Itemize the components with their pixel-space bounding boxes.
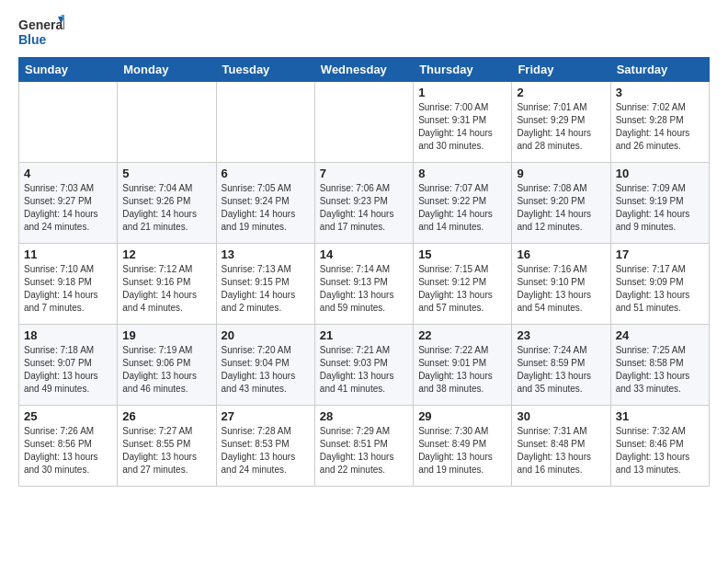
day-number: 14 bbox=[320, 247, 408, 261]
cell-content: Sunrise: 7:00 AM Sunset: 9:31 PM Dayligh… bbox=[418, 101, 506, 153]
calendar-cell: 5Sunrise: 7:04 AM Sunset: 9:26 PM Daylig… bbox=[118, 163, 216, 244]
weekday-header-row: SundayMondayTuesdayWednesdayThursdayFrid… bbox=[19, 58, 710, 82]
calendar-cell: 28Sunrise: 7:29 AM Sunset: 8:51 PM Dayli… bbox=[314, 406, 413, 487]
day-number: 8 bbox=[418, 167, 506, 180]
header: General Blue bbox=[18, 15, 710, 53]
cell-content: Sunrise: 7:26 AM Sunset: 8:56 PM Dayligh… bbox=[24, 425, 112, 477]
calendar-cell: 31Sunrise: 7:32 AM Sunset: 8:46 PM Dayli… bbox=[610, 406, 709, 487]
calendar-cell: 11Sunrise: 7:10 AM Sunset: 9:18 PM Dayli… bbox=[19, 244, 118, 325]
calendar-cell: 1Sunrise: 7:00 AM Sunset: 9:31 PM Daylig… bbox=[414, 82, 512, 163]
calendar-cell: 8Sunrise: 7:07 AM Sunset: 9:22 PM Daylig… bbox=[414, 163, 512, 244]
calendar-cell: 14Sunrise: 7:14 AM Sunset: 9:13 PM Dayli… bbox=[314, 244, 413, 325]
day-number: 3 bbox=[616, 86, 704, 99]
day-number: 23 bbox=[517, 328, 605, 342]
cell-content: Sunrise: 7:28 AM Sunset: 8:53 PM Dayligh… bbox=[222, 425, 310, 477]
cell-content: Sunrise: 7:09 AM Sunset: 9:19 PM Dayligh… bbox=[616, 182, 704, 234]
calendar-cell: 3Sunrise: 7:02 AM Sunset: 9:28 PM Daylig… bbox=[610, 82, 709, 163]
calendar-cell: 13Sunrise: 7:13 AM Sunset: 9:15 PM Dayli… bbox=[216, 244, 314, 325]
calendar-cell: 24Sunrise: 7:25 AM Sunset: 8:58 PM Dayli… bbox=[610, 325, 709, 406]
cell-content: Sunrise: 7:21 AM Sunset: 9:03 PM Dayligh… bbox=[320, 344, 408, 396]
day-number: 19 bbox=[122, 328, 210, 342]
calendar-cell: 23Sunrise: 7:24 AM Sunset: 8:59 PM Dayli… bbox=[512, 325, 610, 406]
cell-content: Sunrise: 7:20 AM Sunset: 9:04 PM Dayligh… bbox=[222, 344, 310, 396]
svg-text:Blue: Blue bbox=[18, 32, 47, 47]
cell-content: Sunrise: 7:10 AM Sunset: 9:18 PM Dayligh… bbox=[24, 263, 112, 315]
calendar-cell: 15Sunrise: 7:15 AM Sunset: 9:12 PM Dayli… bbox=[414, 244, 512, 325]
cell-content: Sunrise: 7:27 AM Sunset: 8:55 PM Dayligh… bbox=[122, 425, 210, 477]
calendar-cell: 2Sunrise: 7:01 AM Sunset: 9:29 PM Daylig… bbox=[512, 82, 610, 163]
day-number: 9 bbox=[517, 167, 605, 180]
cell-content: Sunrise: 7:08 AM Sunset: 9:20 PM Dayligh… bbox=[517, 182, 605, 234]
cell-content: Sunrise: 7:13 AM Sunset: 9:15 PM Dayligh… bbox=[222, 263, 310, 315]
cell-content: Sunrise: 7:04 AM Sunset: 9:26 PM Dayligh… bbox=[122, 182, 210, 234]
day-number: 28 bbox=[320, 409, 408, 423]
calendar-cell: 7Sunrise: 7:06 AM Sunset: 9:23 PM Daylig… bbox=[314, 163, 413, 244]
day-number: 24 bbox=[616, 328, 704, 342]
cell-content: Sunrise: 7:19 AM Sunset: 9:06 PM Dayligh… bbox=[122, 344, 210, 396]
weekday-header-wednesday: Wednesday bbox=[314, 58, 413, 82]
calendar-cell bbox=[19, 82, 118, 163]
cell-content: Sunrise: 7:06 AM Sunset: 9:23 PM Dayligh… bbox=[320, 182, 408, 234]
day-number: 10 bbox=[616, 167, 704, 180]
calendar-cell bbox=[216, 82, 314, 163]
calendar-cell: 19Sunrise: 7:19 AM Sunset: 9:06 PM Dayli… bbox=[118, 325, 216, 406]
logo: General Blue bbox=[18, 15, 64, 53]
day-number: 1 bbox=[418, 86, 506, 99]
cell-content: Sunrise: 7:16 AM Sunset: 9:10 PM Dayligh… bbox=[517, 263, 605, 315]
weekday-header-monday: Monday bbox=[118, 58, 216, 82]
weekday-header-friday: Friday bbox=[512, 58, 610, 82]
cell-content: Sunrise: 7:12 AM Sunset: 9:16 PM Dayligh… bbox=[122, 263, 210, 315]
calendar-cell bbox=[118, 82, 216, 163]
day-number: 30 bbox=[517, 409, 605, 423]
calendar-cell: 29Sunrise: 7:30 AM Sunset: 8:49 PM Dayli… bbox=[414, 406, 512, 487]
cell-content: Sunrise: 7:25 AM Sunset: 8:58 PM Dayligh… bbox=[616, 344, 704, 396]
calendar-cell: 25Sunrise: 7:26 AM Sunset: 8:56 PM Dayli… bbox=[19, 406, 118, 487]
calendar-cell: 4Sunrise: 7:03 AM Sunset: 9:27 PM Daylig… bbox=[19, 163, 118, 244]
calendar-cell: 26Sunrise: 7:27 AM Sunset: 8:55 PM Dayli… bbox=[118, 406, 216, 487]
calendar-cell: 6Sunrise: 7:05 AM Sunset: 9:24 PM Daylig… bbox=[216, 163, 314, 244]
cell-content: Sunrise: 7:22 AM Sunset: 9:01 PM Dayligh… bbox=[418, 344, 506, 396]
day-number: 21 bbox=[320, 328, 408, 342]
cell-content: Sunrise: 7:24 AM Sunset: 8:59 PM Dayligh… bbox=[517, 344, 605, 396]
calendar-cell: 16Sunrise: 7:16 AM Sunset: 9:10 PM Dayli… bbox=[512, 244, 610, 325]
cell-content: Sunrise: 7:15 AM Sunset: 9:12 PM Dayligh… bbox=[418, 263, 506, 315]
day-number: 25 bbox=[24, 409, 112, 423]
cell-content: Sunrise: 7:07 AM Sunset: 9:22 PM Dayligh… bbox=[418, 182, 506, 234]
day-number: 18 bbox=[24, 328, 112, 342]
week-row-3: 11Sunrise: 7:10 AM Sunset: 9:18 PM Dayli… bbox=[19, 244, 710, 325]
week-row-2: 4Sunrise: 7:03 AM Sunset: 9:27 PM Daylig… bbox=[19, 163, 710, 244]
calendar-cell: 10Sunrise: 7:09 AM Sunset: 9:19 PM Dayli… bbox=[610, 163, 709, 244]
calendar-cell: 21Sunrise: 7:21 AM Sunset: 9:03 PM Dayli… bbox=[314, 325, 413, 406]
cell-content: Sunrise: 7:18 AM Sunset: 9:07 PM Dayligh… bbox=[24, 344, 112, 396]
svg-text:General: General bbox=[18, 17, 64, 32]
day-number: 15 bbox=[418, 247, 506, 261]
week-row-4: 18Sunrise: 7:18 AM Sunset: 9:07 PM Dayli… bbox=[19, 325, 710, 406]
day-number: 16 bbox=[517, 247, 605, 261]
day-number: 2 bbox=[517, 86, 605, 99]
logo-svg: General Blue bbox=[18, 15, 64, 53]
day-number: 20 bbox=[222, 328, 310, 342]
day-number: 6 bbox=[222, 167, 310, 180]
weekday-header-sunday: Sunday bbox=[19, 58, 118, 82]
calendar-cell: 9Sunrise: 7:08 AM Sunset: 9:20 PM Daylig… bbox=[512, 163, 610, 244]
calendar-cell: 12Sunrise: 7:12 AM Sunset: 9:16 PM Dayli… bbox=[118, 244, 216, 325]
cell-content: Sunrise: 7:17 AM Sunset: 9:09 PM Dayligh… bbox=[616, 263, 704, 315]
week-row-1: 1Sunrise: 7:00 AM Sunset: 9:31 PM Daylig… bbox=[19, 82, 710, 163]
day-number: 31 bbox=[616, 409, 704, 423]
calendar-cell bbox=[314, 82, 413, 163]
cell-content: Sunrise: 7:03 AM Sunset: 9:27 PM Dayligh… bbox=[24, 182, 112, 234]
weekday-header-thursday: Thursday bbox=[414, 58, 512, 82]
day-number: 17 bbox=[616, 247, 704, 261]
day-number: 4 bbox=[24, 167, 112, 180]
weekday-header-tuesday: Tuesday bbox=[216, 58, 314, 82]
cell-content: Sunrise: 7:01 AM Sunset: 9:29 PM Dayligh… bbox=[517, 101, 605, 153]
calendar-cell: 18Sunrise: 7:18 AM Sunset: 9:07 PM Dayli… bbox=[19, 325, 118, 406]
day-number: 27 bbox=[222, 409, 310, 423]
calendar-cell: 20Sunrise: 7:20 AM Sunset: 9:04 PM Dayli… bbox=[216, 325, 314, 406]
calendar-cell: 30Sunrise: 7:31 AM Sunset: 8:48 PM Dayli… bbox=[512, 406, 610, 487]
day-number: 7 bbox=[320, 167, 408, 180]
cell-content: Sunrise: 7:29 AM Sunset: 8:51 PM Dayligh… bbox=[320, 425, 408, 477]
calendar-cell: 17Sunrise: 7:17 AM Sunset: 9:09 PM Dayli… bbox=[610, 244, 709, 325]
calendar-cell: 22Sunrise: 7:22 AM Sunset: 9:01 PM Dayli… bbox=[414, 325, 512, 406]
day-number: 11 bbox=[24, 247, 112, 261]
